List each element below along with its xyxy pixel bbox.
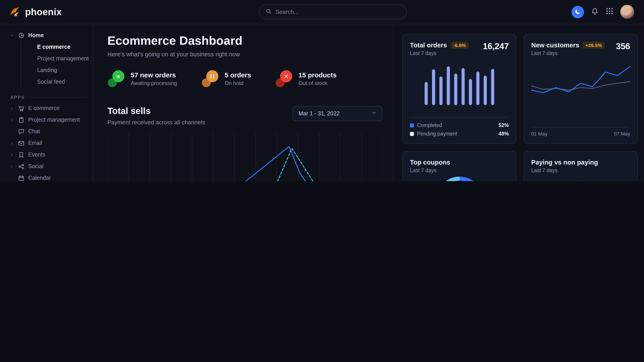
stat-value: 15 products	[298, 71, 336, 79]
total-sells-chart: 01 May15 May30 May	[108, 133, 382, 181]
chevron-down-icon	[372, 110, 376, 117]
sidebar: HomeE commerceProject managementLandingS…	[0, 24, 93, 181]
trend-badge: +26.5%	[583, 41, 604, 49]
cart-icon	[18, 105, 24, 112]
card-period: Last 7 days	[410, 168, 450, 173]
card-period: Last 7 days	[531, 50, 605, 56]
card-title: New customers	[531, 41, 579, 49]
x-axis-label: 01 May	[531, 131, 547, 136]
global-search-input[interactable]	[276, 8, 400, 15]
chat-icon	[18, 128, 24, 135]
sidebar-item-label: Events	[28, 152, 45, 158]
global-search[interactable]	[259, 4, 406, 19]
stat-value: 57 new orders	[131, 71, 177, 79]
pie-icon	[18, 32, 24, 39]
date-range-select[interactable]: Mar 1 - 31, 2022	[293, 106, 382, 121]
apps-grid-button[interactable]	[606, 7, 614, 16]
clipboard-icon	[18, 116, 24, 123]
total-sells-title: Total sells	[108, 106, 205, 116]
sidebar-item-label: Email	[28, 140, 42, 146]
theme-toggle-button[interactable]	[572, 5, 584, 18]
stat-out-of-stock: ✕ 15 products Out of stock	[275, 70, 336, 87]
orders-bar-chart	[410, 60, 509, 105]
card-period: Last 7 days	[531, 168, 598, 173]
user-avatar[interactable]	[620, 5, 634, 19]
bookmark-icon	[18, 151, 24, 158]
sidebar-item-chat[interactable]: Chat	[0, 126, 93, 137]
mail-icon	[18, 140, 24, 146]
stat-caption: Awating processing	[131, 80, 177, 86]
card-title: Paying vs non paying	[531, 159, 598, 166]
sidebar-item-label: Calendar	[28, 175, 51, 181]
quick-stats: ★ 57 new orders Awating processing 5 ord…	[108, 70, 382, 87]
card-title: Top coupons	[410, 159, 450, 166]
sidebar-item-calendar[interactable]: Calendar	[0, 172, 93, 181]
chevron-right-icon	[10, 118, 14, 122]
stat-caption: On hold	[225, 80, 251, 86]
sidebar-item-e-commerce[interactable]: E commerce	[21, 41, 93, 53]
x-axis-label: 07 May	[614, 131, 630, 136]
new-customers-value: 356	[616, 41, 630, 51]
stat-value: 5 orders	[225, 71, 251, 79]
sidebar-item-project-management[interactable]: Project management	[21, 53, 93, 64]
coupons-donut-chart: 72%	[436, 177, 483, 181]
sidebar-item-label: Project management	[28, 117, 80, 123]
page-title: Ecommerce Dashboard	[108, 34, 382, 48]
sidebar-item-label: Social	[28, 163, 44, 169]
brand[interactable]: phoenix	[9, 6, 94, 18]
customers-line-chart	[531, 60, 630, 110]
x-icon: ✕	[275, 70, 293, 87]
sidebar-item-social[interactable]: Social	[0, 161, 93, 172]
sidebar-item-label: E commerce	[28, 105, 60, 111]
total-orders-card: Total orders -6.8% Last 7 days 16,247 Co…	[402, 34, 516, 144]
sidebar-section-apps: APPS	[0, 95, 93, 100]
notifications-button[interactable]	[591, 7, 599, 16]
main-content: Ecommerce Dashboard Here's what's going …	[93, 24, 644, 181]
sidebar-item-project-management[interactable]: Project management	[0, 114, 93, 126]
app-window: phoenix HomeE commerceProject management…	[0, 0, 644, 181]
sidebar-item-label: Home	[28, 32, 44, 38]
pause-icon	[202, 70, 219, 87]
chevron-down-icon	[10, 33, 14, 37]
stat-awating-processing: ★ 57 new orders Awating processing	[108, 70, 177, 87]
bell-icon	[591, 7, 599, 16]
sidebar-item-label: Chat	[28, 128, 40, 135]
x-axis-labels: 01 May07 May	[531, 127, 630, 136]
calendar-icon	[18, 175, 24, 181]
card-period: Last 7 days	[410, 50, 468, 56]
top-coupons-card: Top coupons Last 7 days 72% Percentage d…	[402, 151, 516, 181]
page-subtitle: Here's what's going on at your business …	[108, 51, 382, 58]
total-orders-value: 16,247	[483, 41, 509, 51]
total-sells-subtitle: Payment received across all channels	[108, 119, 205, 126]
new-customers-card: New customers +26.5% Last 7 days 356 01 …	[524, 34, 638, 144]
share-icon	[18, 163, 24, 170]
stat-on-hold: 5 orders On hold	[202, 70, 251, 87]
chart-legend: Completed52% Pending payment48%	[410, 117, 509, 136]
card-title: Total orders	[410, 41, 447, 49]
date-range-value: Mar 1 - 31, 2022	[298, 110, 340, 117]
top-navbar: phoenix	[0, 0, 644, 24]
paying-vs-nonpaying-card: Paying vs non paying Last 7 days Paying …	[524, 151, 638, 181]
trend-badge: -6.8%	[450, 41, 468, 49]
apps-grid-icon	[606, 7, 614, 16]
brand-name: phoenix	[25, 6, 62, 17]
chevron-right-icon	[10, 141, 14, 145]
paying-gauge-chart	[547, 179, 614, 181]
sidebar-item-landing[interactable]: Landing	[21, 64, 93, 76]
moon-icon	[574, 8, 581, 16]
search-icon	[266, 8, 272, 16]
phoenix-logo-icon	[9, 6, 21, 18]
chevron-right-icon	[10, 153, 14, 157]
chevron-right-icon	[10, 106, 14, 110]
sidebar-item-e-commerce[interactable]: E commerce	[0, 102, 93, 114]
legend-item: Completed52%	[410, 122, 509, 128]
sidebar-item-email[interactable]: Email	[0, 137, 93, 149]
chevron-right-icon	[10, 164, 14, 168]
donut-center-label: 72%	[436, 177, 483, 181]
sidebar-item-home[interactable]: Home	[0, 29, 93, 41]
stat-caption: Out of stock	[298, 80, 336, 86]
star-icon: ★	[108, 70, 125, 87]
legend-item: Pending payment48%	[410, 131, 509, 136]
sidebar-item-events[interactable]: Events	[0, 149, 93, 161]
sidebar-item-social-feed[interactable]: Social feed	[21, 76, 93, 88]
